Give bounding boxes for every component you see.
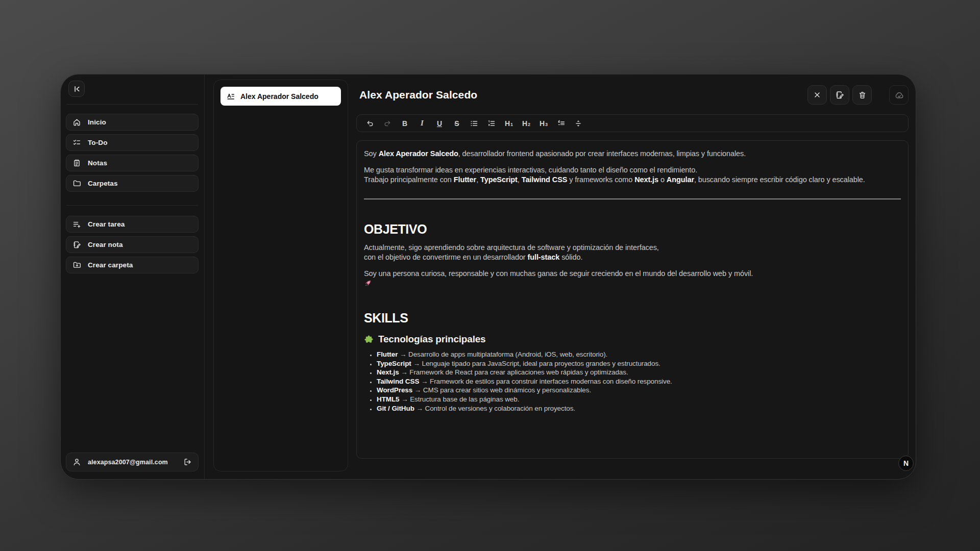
heading-3-button[interactable]: H3 — [540, 118, 548, 129]
content-divider — [364, 198, 901, 199]
sidebar-item-notas[interactable]: Notas — [66, 155, 199, 171]
notepad-icon — [72, 159, 81, 167]
ordered-list-icon — [487, 119, 496, 128]
app-logo-button[interactable] — [68, 81, 85, 97]
heading-1-button[interactable]: H1 — [505, 118, 513, 129]
sidebar-divider — [66, 205, 198, 206]
formatting-toolbar: B I U S H1 H2 H3 — [356, 114, 909, 132]
objetivo-paragraph: Actualmente, sigo aprendiendo sobre arqu… — [364, 243, 901, 262]
logout-icon[interactable] — [183, 458, 192, 466]
note-pencil-icon — [835, 90, 844, 99]
list-plus-icon — [72, 220, 81, 229]
skill-list-item: WordPress → CMS para crear sitios web di… — [377, 386, 901, 395]
close-icon — [813, 91, 821, 99]
heading-2-button[interactable]: H2 — [522, 118, 530, 129]
blockquote-icon — [557, 119, 566, 128]
puzzle-icon — [364, 335, 374, 344]
blockquote-button[interactable] — [557, 118, 565, 129]
skill-list-item: Flutter → Desarrollo de apps multiplataf… — [377, 350, 901, 359]
ordered-list-button[interactable] — [487, 118, 496, 129]
sidebar-item-label: Notas — [88, 159, 107, 167]
editor-header-actions — [804, 85, 909, 105]
note-list-item[interactable]: Alex Aperador Salcedo — [220, 87, 341, 106]
home-icon — [72, 118, 81, 127]
skill-list-item: TypeScript → Lenguaje tipado para JavaSc… — [377, 359, 901, 368]
notes-list-panel: Alex Aperador Salcedo — [213, 80, 348, 471]
sync-status-button[interactable] — [889, 85, 909, 105]
user-account-card: alexapsa2007@gmail.com — [66, 453, 199, 471]
skill-list-item: HTML5 → Estructura base de las páginas w… — [377, 395, 901, 404]
undo-button[interactable] — [366, 118, 374, 129]
user-icon — [72, 458, 81, 466]
note-pencil-icon — [72, 240, 81, 249]
sidebar-item-carpetas[interactable]: Carpetas — [66, 175, 199, 192]
skills-subheading: Tecnologías principales — [364, 334, 901, 345]
checklist-icon — [72, 138, 81, 147]
delete-note-button[interactable] — [852, 85, 872, 105]
close-note-button[interactable] — [807, 85, 827, 105]
cloud-check-icon — [894, 90, 904, 100]
folder-plus-icon — [72, 261, 81, 269]
redo-icon — [383, 119, 391, 128]
sidebar-item-label: To-Do — [88, 139, 107, 146]
sidebar-item-label: Carpetas — [88, 180, 118, 187]
bullet-list-button[interactable] — [470, 118, 478, 129]
sidebar-item-label: Crear nota — [88, 241, 123, 248]
strikethrough-button[interactable]: S — [453, 118, 461, 129]
nextjs-badge[interactable]: N — [898, 456, 914, 471]
rocket-icon — [364, 280, 901, 287]
skill-list-item: Next.js → Framework de React para crear … — [377, 368, 901, 377]
objetivo-paragraph: Soy una persona curiosa, responsable y c… — [364, 269, 901, 287]
sidebar-item-todo[interactable]: To-Do — [66, 134, 199, 151]
objetivo-heading: OBJETIVO — [364, 222, 901, 237]
trash-icon — [858, 91, 867, 99]
skills-list: Flutter → Desarrollo de apps multiplataf… — [368, 350, 901, 413]
note-text-icon — [226, 92, 235, 101]
sidebar-spacer — [66, 277, 199, 453]
sidebar-item-crear-nota[interactable]: Crear nota — [66, 236, 199, 253]
note-list-item-title: Alex Aperador Salcedo — [240, 92, 318, 101]
skills-heading: SKILLS — [364, 311, 901, 325]
editor-panel: Alex Aperador Salcedo — [348, 74, 916, 479]
user-email: alexapsa2007@gmail.com — [88, 459, 177, 466]
undo-icon — [366, 119, 374, 128]
app-window: Inicio To-Do Notas Carpetas Crear tar — [60, 74, 916, 480]
sidebar-divider — [66, 104, 198, 105]
sidebar-item-crear-carpeta[interactable]: Crear carpeta — [66, 257, 199, 273]
line-spacing-button[interactable] — [574, 118, 582, 129]
edit-note-button[interactable] — [830, 85, 849, 105]
sidebar-item-inicio[interactable]: Inicio — [66, 114, 199, 131]
sidebar-item-label: Crear tarea — [88, 220, 125, 228]
intro-paragraph: Soy Alex Aperador Salcedo, desarrollador… — [364, 149, 901, 159]
bullet-list-icon — [470, 119, 478, 128]
sidebar-item-crear-tarea[interactable]: Crear tarea — [66, 216, 199, 233]
redo-button[interactable] — [383, 118, 391, 129]
folder-icon — [72, 179, 81, 188]
line-spacing-icon — [574, 119, 582, 128]
intro-paragraph: Me gusta transformar ideas en experienci… — [364, 165, 901, 185]
skill-list-item: Git / GitHub → Control de versiones y co… — [377, 404, 901, 413]
bold-button[interactable]: B — [401, 118, 409, 129]
editor-note-title: Alex Aperador Salcedo — [359, 89, 477, 101]
italic-button[interactable]: I — [418, 118, 426, 129]
skill-list-item: Tailwind CSS → Framework de estilos para… — [377, 377, 901, 386]
sidebar-item-label: Inicio — [88, 118, 106, 126]
sidebar-item-label: Crear carpeta — [88, 261, 133, 269]
editor-header: Alex Aperador Salcedo — [356, 85, 909, 105]
note-content-editor[interactable]: Soy Alex Aperador Salcedo, desarrollador… — [356, 140, 909, 459]
sidebar: Inicio To-Do Notas Carpetas Crear tar — [61, 74, 205, 479]
underline-button[interactable]: U — [435, 118, 444, 129]
k-logo-icon — [72, 85, 81, 93]
